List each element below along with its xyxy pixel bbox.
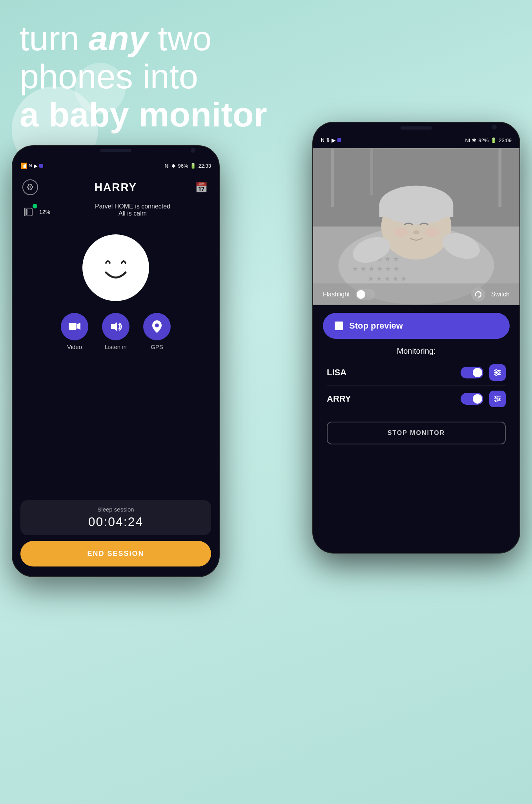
calendar-icon[interactable]: 📅 xyxy=(193,179,209,195)
sliders-icon-lisa xyxy=(493,368,502,377)
sleep-session-label: Sleep session xyxy=(26,506,205,513)
nfc-icon: N xyxy=(29,163,32,168)
status-right-right: NI ✱ 92% 🔋 23:09 xyxy=(465,137,512,143)
svg-point-29 xyxy=(498,372,500,374)
svg-point-18 xyxy=(425,228,439,237)
app-content-left: ⚙ HARRY 📅 12% Parvel HO xyxy=(13,174,219,576)
svg-rect-3 xyxy=(69,323,77,330)
phone-camera-left xyxy=(191,148,195,153)
svg-point-16 xyxy=(413,230,419,234)
phone-speaker-left xyxy=(100,149,131,152)
settings-icon[interactable]: ⚙ xyxy=(22,179,38,195)
phones-area: 📶 N ▶ NI ✱ 96% 🔋 22:33 ⚙ HARRY 📅 xyxy=(0,122,532,789)
action-buttons: Video Listen in xyxy=(13,313,219,350)
smiley-face xyxy=(82,234,149,301)
sleep-session-area: Sleep session 00:04:24 END SESSION xyxy=(13,500,219,576)
listen-icon-circle xyxy=(102,313,129,340)
battery-icon-left: 🔋 xyxy=(190,163,196,169)
bluetooth-icon: ✱ xyxy=(171,163,176,169)
connection-area: 12% Parvel HOME is connected All is calm xyxy=(13,203,219,219)
baby-image-svg: ★ ★ ★ ★ ★ ★ ★ ★ ★ ★ ★ ★ ★ ★ ★ ★ xyxy=(313,148,519,305)
connection-text: Parvel HOME is connected All is calm xyxy=(56,203,209,217)
nfc-label: NI xyxy=(164,163,169,169)
play-icon: ▶ xyxy=(34,163,38,169)
sleep-session-box: Sleep session 00:04:24 xyxy=(20,500,211,535)
arry-settings-button[interactable] xyxy=(489,391,506,407)
gps-button[interactable]: GPS xyxy=(143,313,171,350)
flashlight-toggle[interactable] xyxy=(355,289,375,300)
lisa-toggle[interactable] xyxy=(461,367,483,378)
phone-right: N ⇅ ▶ NI ✱ 92% 🔋 23:09 xyxy=(312,122,520,554)
time-right: 23:09 xyxy=(499,137,512,143)
lisa-toggle-dot xyxy=(473,368,482,377)
sliders-icon-arry xyxy=(493,395,502,403)
status-bar-right: N ⇅ ▶ NI ✱ 92% 🔋 23:09 xyxy=(313,134,519,146)
end-session-button[interactable]: END SESSION xyxy=(20,541,211,566)
battery-icon-right: 🔋 xyxy=(490,137,497,143)
arry-toggle[interactable] xyxy=(461,393,483,405)
app-icon xyxy=(39,164,43,168)
svg-marker-24 xyxy=(475,295,476,296)
nfc-icon-right: N xyxy=(321,137,324,143)
app-icon-right xyxy=(337,138,341,142)
svg-text:★ ★ ★ ★ ★: ★ ★ ★ ★ ★ xyxy=(368,275,407,283)
svg-marker-5 xyxy=(111,322,117,331)
phone-left: 📶 N ▶ NI ✱ 96% 🔋 22:33 ⚙ HARRY 📅 xyxy=(12,145,220,577)
flashlight-label: Flashlight xyxy=(323,291,350,298)
svg-point-6 xyxy=(155,323,159,327)
svg-point-34 xyxy=(496,396,497,398)
bluetooth-icon-right: ✱ xyxy=(472,137,476,143)
svg-point-35 xyxy=(498,398,500,400)
phone-speaker-right xyxy=(401,126,432,130)
connected-indicator xyxy=(33,204,37,208)
arry-toggle-dot xyxy=(473,394,482,404)
nfc-label-right: NI xyxy=(465,137,470,143)
lisa-settings-button[interactable] xyxy=(489,364,506,381)
status-right-left: NI ✱ 96% 🔋 22:33 xyxy=(164,163,211,169)
svg-marker-4 xyxy=(77,323,80,330)
video-icon-circle xyxy=(61,313,88,340)
baby-name-left: HARRY xyxy=(95,181,137,194)
arry-name: ARRY xyxy=(327,394,461,404)
status-icons-right: N ⇅ ▶ xyxy=(321,137,341,143)
baby-camera-feed: ★ ★ ★ ★ ★ ★ ★ ★ ★ ★ ★ ★ ★ ★ ★ ★ xyxy=(313,148,519,305)
listen-icon xyxy=(109,320,122,333)
data-icon: ⇅ xyxy=(326,137,330,143)
monitoring-label: Monitoring: xyxy=(323,347,510,356)
camera-controls: Flashlight Switch xyxy=(313,283,519,305)
battery-indicator xyxy=(22,205,36,219)
svg-point-17 xyxy=(394,228,408,237)
svg-rect-15 xyxy=(379,205,454,217)
play-icon-right: ▶ xyxy=(332,137,336,143)
video-icon xyxy=(68,321,81,332)
status-icons-left: 📶 N ▶ xyxy=(20,163,43,169)
battery-pct-right: 92% xyxy=(478,137,488,143)
rotate-icon xyxy=(474,290,483,299)
switch-camera-icon[interactable] xyxy=(471,287,485,302)
header-line1: turn any two phones into xyxy=(20,20,333,96)
listen-label: Listen in xyxy=(105,344,127,350)
video-label: Video xyxy=(67,344,82,350)
phone-icon-area: 12% xyxy=(22,205,50,219)
stop-icon xyxy=(335,322,343,330)
svg-text:★ ★ ★ ★ ★ ★: ★ ★ ★ ★ ★ ★ xyxy=(352,265,399,273)
gps-icon-circle xyxy=(143,313,171,340)
stop-preview-button[interactable]: Stop preview xyxy=(323,313,510,339)
svg-rect-1 xyxy=(26,209,27,215)
gps-icon xyxy=(151,320,162,334)
status-bar-left: 📶 N ▶ NI ✱ 96% 🔋 22:33 xyxy=(13,160,219,172)
monitor-row-arry: ARRY xyxy=(323,386,510,412)
svg-point-2 xyxy=(94,246,137,289)
toggle-dot xyxy=(357,290,365,299)
monitor-row-lisa: LISA xyxy=(323,360,510,386)
lisa-name: LISA xyxy=(327,367,461,378)
app-content-right: Stop preview Monitoring: LISA xyxy=(313,305,519,553)
video-button[interactable]: Video xyxy=(61,313,88,350)
battery-pct-left: 96% xyxy=(178,163,188,169)
battery-percentage: 12% xyxy=(39,209,50,215)
top-bar-left: ⚙ HARRY 📅 xyxy=(13,174,219,201)
listen-button[interactable]: Listen in xyxy=(102,313,129,350)
calm-status: All is calm xyxy=(56,210,209,217)
svg-point-30 xyxy=(496,374,497,376)
stop-monitor-button[interactable]: STOP MONITOR xyxy=(327,422,506,444)
